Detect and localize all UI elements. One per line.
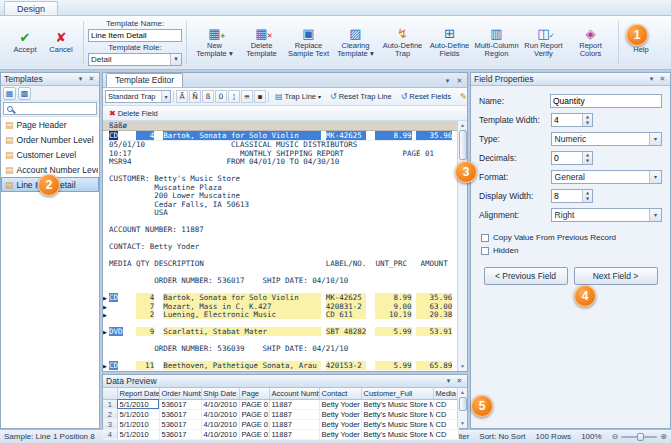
previous-field-button[interactable]: < Previous Field (484, 267, 568, 285)
report-field-highlight[interactable]: 9 (136, 327, 154, 336)
panel-close-icon[interactable]: ✕ (455, 377, 464, 385)
panel-close-icon[interactable]: ✕ (87, 75, 96, 83)
report-field-highlight[interactable]: SBT 48282 (326, 327, 367, 336)
sidebar-item-customer-level[interactable]: ▤Customer Level (1, 147, 99, 162)
display-width-spinner[interactable]: ▲▼ (551, 189, 593, 203)
report-field-highlight[interactable]: 5.99 (375, 327, 411, 336)
preview-cell[interactable]: 5/1/2010 (117, 429, 159, 439)
report-colors-button[interactable]: ◈ReportColors (567, 19, 614, 67)
preview-cell[interactable]: PAGE 01 (239, 399, 269, 409)
trap-char-button-6[interactable]: ▪ (254, 90, 266, 103)
panel-close-icon[interactable]: ✕ (455, 77, 464, 85)
zoom-slider-track[interactable] (621, 436, 657, 438)
panel-menu-icon[interactable]: ▾ (443, 77, 452, 85)
preview-cell[interactable]: 4/10/2010 (201, 429, 239, 439)
zoom-out-icon[interactable]: ⊖ (612, 432, 619, 441)
row-number-header[interactable] (103, 388, 117, 399)
preview-cell[interactable]: 5/1/2010 (117, 409, 159, 419)
report-field-highlight[interactable]: 65.89 (416, 361, 452, 370)
preview-cell[interactable]: Betty's Music Store Muscatine (361, 409, 433, 419)
preview-cell[interactable]: CD (433, 419, 458, 429)
report-field-highlight[interactable]: CD 611 (326, 310, 367, 319)
preview-cell[interactable]: Betty Yoder (319, 429, 361, 439)
column-header-page[interactable]: Page (239, 388, 269, 399)
preview-cell[interactable]: CD (433, 409, 458, 419)
replace-sample-text-button[interactable]: ▣ReplaceSample Text (285, 19, 332, 67)
sidebar-item-page-header[interactable]: ▤Page Header (1, 117, 99, 132)
delete-template-button[interactable]: ▦✕DeleteTemplate (238, 19, 285, 67)
preview-cell[interactable]: PAGE 01 (239, 429, 269, 439)
preview-cell[interactable]: 11887 (269, 429, 319, 439)
column-header-order-number[interactable]: Order Number (159, 388, 201, 399)
scroll-down-icon[interactable]: ▼ (460, 419, 465, 428)
sample-field-highlight[interactable]: MK-42625 (326, 131, 367, 140)
auto-define-trap-button[interactable]: ↯Auto-DefineTrap (379, 19, 426, 67)
accept-button[interactable]: ✔ Accept (7, 19, 43, 67)
report-field-highlight[interactable]: 20.38 (416, 310, 452, 319)
template-name-input[interactable] (88, 29, 182, 42)
multi-column-region-button[interactable]: ▥Multi-ColumnRegion (473, 19, 520, 67)
trap-char-button-4[interactable]: ¦ (228, 90, 240, 103)
report-field-highlight[interactable]: 2 (136, 310, 154, 319)
preview-cell[interactable]: 5/1/2010 (117, 399, 159, 409)
report-field-highlight[interactable]: Scarlatti, Stabat Mater (163, 327, 321, 336)
zoom-in-icon[interactable]: ⊕ (660, 432, 667, 441)
spinner-arrows-icon[interactable]: ▲▼ (582, 114, 592, 126)
editor-vertical-scrollbar[interactable]: ▲ ▼ (457, 121, 467, 371)
preview-cell[interactable]: CD (433, 399, 458, 409)
cancel-button[interactable]: ✘ Cancel (43, 19, 79, 67)
preview-cell[interactable]: 11887 (269, 409, 319, 419)
sample-field-highlight[interactable]: 4 (136, 131, 154, 140)
sample-field-highlight[interactable]: CD (109, 131, 118, 140)
column-header-customer-full[interactable]: Customer_Full (361, 388, 433, 399)
type-select[interactable]: Numeric ▾ (551, 132, 662, 146)
report-field-highlight[interactable]: 8.99 (375, 293, 411, 302)
report-field-highlight[interactable]: Bartok, Sonata for Solo Violin (163, 293, 321, 302)
template-role-select[interactable]: Detail ▾ (88, 53, 182, 66)
auto-define-fields-button[interactable]: ⊞Auto-DefineFields (426, 19, 473, 67)
trap-char-button-1[interactable]: Ñ (189, 90, 201, 103)
new-template-button[interactable]: ▦+NewTemplate ▾ (191, 19, 238, 67)
chevron-down-icon[interactable]: ▾ (649, 209, 661, 221)
chevron-down-icon[interactable]: ▾ (649, 133, 661, 145)
report-field-highlight[interactable]: 4 (136, 293, 154, 302)
preview-cell[interactable]: 4/10/2010 (201, 409, 239, 419)
scroll-up-icon[interactable]: ▲ (460, 121, 465, 130)
zoom-slider[interactable]: ⊖ ⊕ (612, 432, 667, 441)
templates-search-input[interactable] (16, 104, 93, 113)
sample-field-highlight[interactable]: Bartok, Sonata for Solo Violin (163, 131, 321, 140)
trap-char-button-5[interactable]: ≡ (241, 90, 253, 103)
preview-cell[interactable]: CD (433, 429, 458, 439)
report-field-highlight[interactable]: 10.19 (375, 310, 411, 319)
column-header-report-date[interactable]: Report Date (117, 388, 159, 399)
column-header-media[interactable]: Media (433, 388, 458, 399)
report-view[interactable]: 05/01/10 CLASSICAL MUSIC DISTRIBUTORS10:… (103, 141, 457, 371)
decimals-spinner[interactable]: ▲▼ (551, 151, 593, 165)
preview-cell[interactable]: 4/10/2010 (201, 399, 239, 409)
trap-char-button-2[interactable]: ß (202, 90, 214, 103)
report-field-highlight[interactable]: Luening, Electronic Music (163, 310, 321, 319)
sample-line-row[interactable]: CD 4 Bartok, Sonata for Solo Violin MK-4… (103, 131, 457, 141)
next-field-button[interactable]: Next Field > (574, 267, 658, 285)
report-field-highlight[interactable]: DVD (109, 327, 123, 336)
preview-cell[interactable]: PAGE 01 (239, 419, 269, 429)
report-field-highlight[interactable]: 11 (136, 361, 154, 370)
scroll-up-icon[interactable]: ▲ (460, 388, 465, 397)
scroll-down-icon[interactable]: ▼ (460, 362, 465, 371)
preview-cell[interactable]: 536017 (159, 419, 201, 429)
column-header-contact[interactable]: Contact (319, 388, 361, 399)
report-field-highlight[interactable]: MK-42625 (326, 293, 367, 302)
panel-menu-icon[interactable]: ▾ (647, 75, 656, 83)
scrollbar-thumb[interactable] (459, 130, 467, 160)
panel-menu-icon[interactable]: ▾ (444, 377, 453, 385)
sidebar-item-order-number-level[interactable]: ▤Order Number Level (1, 132, 99, 147)
preview-cell[interactable]: PAGE 01 (239, 409, 269, 419)
delete-template-small-icon[interactable]: ▩ (18, 87, 31, 100)
preview-cell[interactable]: 11887 (269, 419, 319, 429)
preview-cell[interactable]: 536017 (159, 429, 201, 439)
delete-field-button[interactable]: ✖ Delete Field (105, 106, 162, 120)
field-name-input[interactable] (550, 94, 662, 108)
preview-cell[interactable]: Betty Yoder (319, 399, 361, 409)
preview-cell[interactable]: 11887 (269, 399, 319, 409)
trap-char-button-3[interactable]: 0 (215, 90, 227, 103)
